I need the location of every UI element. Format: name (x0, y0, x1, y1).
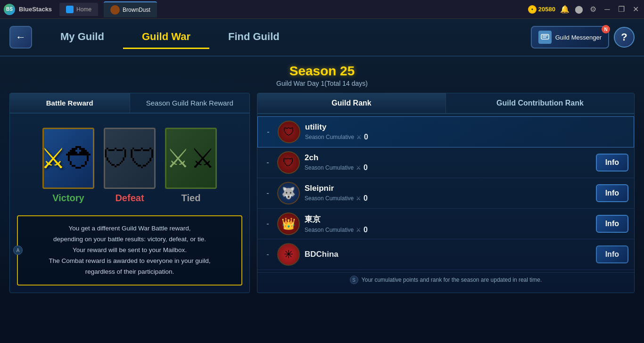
sword-icon-2ch: ⚔ (356, 164, 361, 171)
close-icon[interactable]: ✕ (631, 5, 640, 14)
sword-icon-tokyo: ⚔ (356, 227, 361, 233)
defeat-helmet-icon: 🛡 (129, 143, 157, 174)
top-nav: ← My Guild Guild War Find Guild Guild (0, 19, 644, 57)
right-tabs: Guild Rank Guild Contribution Rank (257, 93, 634, 114)
tied-label: Tied (182, 193, 201, 204)
season-label-utility: Season Cumulative (305, 134, 354, 140)
guild-score-utility: 0 (364, 133, 368, 141)
guild-rank-sleipnir: - (263, 189, 272, 197)
guild-name-utility: utility (305, 122, 628, 132)
help-button[interactable]: ? (614, 27, 635, 48)
guild-emblem-utility: 🛡 (278, 121, 300, 143)
home-tab-label: Home (76, 6, 91, 13)
scroll-indicator: S (350, 276, 358, 284)
home-tab[interactable]: Home (59, 3, 98, 16)
guild-row-2ch: - 🛡 2ch Season Cumulative ⚔ 0 (257, 147, 634, 178)
title-bar-left: BS BlueStacks Home BrownDust (4, 1, 157, 17)
coin-display: ● 20580 (528, 5, 555, 14)
emblem-icon-utility: 🛡 (283, 125, 295, 139)
guild-emblem-bdchina: ✳ (277, 243, 300, 266)
victory-badge-inner: ⛑ (66, 129, 96, 188)
guild-row-bdchina: - ✳ BDChina Info (257, 239, 634, 270)
guild-name-bdchina: BDChina (305, 250, 591, 259)
guild-messenger-button[interactable]: Guild Messenger N (531, 26, 609, 49)
notification-icon[interactable]: 🔔 (560, 5, 570, 14)
info-button-2ch[interactable]: Info (596, 154, 628, 172)
victory-label: Victory (52, 193, 84, 204)
season-title: Season 25 (9, 64, 635, 79)
bluestacks-name: BlueStacks (19, 6, 52, 13)
sword-icon-sleipnir: ⚔ (356, 195, 361, 202)
messenger-notification-badge: N (602, 25, 610, 33)
season-label-sleipnir: Season Cumulative (305, 195, 354, 202)
guild-score-tokyo: 0 (363, 226, 368, 234)
bluestacks-logo: BS (4, 4, 15, 15)
messenger-icon (538, 31, 552, 44)
battle-rewards-container: ⛑ Victory 🛡 Defeat (10, 114, 249, 211)
guild-info-bdchina: BDChina (305, 250, 591, 259)
tab-guild-war[interactable]: Guild War (123, 26, 209, 49)
season-subtitle: Guild War Day 1(Total 14 days) (9, 80, 635, 87)
reward-defeat: 🛡 Defeat (104, 128, 156, 204)
tab-my-guild[interactable]: My Guild (41, 26, 123, 49)
defeat-badge-inner: 🛡 (129, 129, 157, 188)
guild-season-2ch: Season Cumulative ⚔ 0 (305, 163, 591, 172)
guild-row-sleipnir: - 🐺 Sleipnir Season Cumulative ⚔ 0 (257, 178, 634, 209)
tab-find-guild[interactable]: Find Guild (209, 26, 298, 49)
guild-row-utility: - 🛡 utility Season Cumulative ⚔ 0 (257, 116, 634, 147)
browndust-tab[interactable]: BrownDust (104, 1, 157, 17)
info-box-label-a: A (13, 245, 23, 255)
guild-season-sleipnir: Season Cumulative ⚔ 0 (305, 194, 591, 203)
main-layout: Battle Reward Season Guild Rank Reward ⛑ (9, 93, 635, 293)
tab-guild-rank[interactable]: Guild Rank (257, 93, 446, 113)
settings-icon[interactable]: ⚙ (588, 5, 598, 14)
bottom-note: S Your cumulative points and rank for th… (257, 272, 634, 287)
tab-battle-reward[interactable]: Battle Reward (10, 93, 130, 113)
guild-name-2ch: 2ch (305, 153, 591, 163)
guild-season-tokyo: Season Cumulative ⚔ 0 (305, 226, 591, 234)
reward-victory: ⛑ Victory (42, 128, 94, 204)
emblem-icon-sleipnir: 🐺 (281, 187, 296, 200)
info-button-tokyo[interactable]: Info (596, 215, 628, 233)
guild-emblem-2ch: 🛡 (277, 151, 300, 174)
main-content: Season 25 Guild War Day 1(Total 14 days)… (0, 57, 644, 300)
nav-right: Guild Messenger N ? (531, 26, 635, 49)
messenger-label: Guild Messenger (555, 34, 602, 41)
guild-info-tokyo: 東京 Season Cumulative ⚔ 0 (305, 214, 591, 234)
reward-badge-tied: ⚔ (165, 128, 217, 189)
guild-info-utility: utility Season Cumulative ⚔ 0 (305, 122, 628, 141)
coin-icon: ● (528, 5, 537, 14)
info-box-text: You get a different Guild War Battle rew… (27, 223, 232, 278)
battle-reward-info-box: A You get a different Guild War Battle r… (17, 215, 242, 286)
info-button-bdchina[interactable]: Info (596, 245, 628, 263)
info-button-sleipnir[interactable]: Info (596, 184, 628, 202)
record-icon[interactable]: ⬤ (574, 5, 584, 14)
guild-row-tokyo: - 👑 東京 Season Cumulative ⚔ 0 (257, 209, 634, 239)
guild-score-sleipnir: 0 (363, 194, 368, 203)
guild-name-tokyo: 東京 (305, 214, 591, 225)
guild-rank-bdchina: - (263, 250, 272, 259)
right-panel: Guild Rank Guild Contribution Rank - 🛡 (257, 93, 635, 293)
tab-guild-contribution-rank[interactable]: Guild Contribution Rank (446, 93, 634, 113)
restore-icon[interactable]: ❐ (617, 5, 626, 14)
guild-info-2ch: 2ch Season Cumulative ⚔ 0 (305, 153, 591, 172)
reward-badge-victory: ⛑ (42, 128, 94, 189)
emblem-icon-tokyo: 👑 (281, 217, 296, 230)
coin-amount: 20580 (538, 6, 555, 13)
victory-helmet-icon: ⛑ (66, 141, 96, 176)
reward-tied: ⚔ Tied (165, 128, 217, 204)
emblem-icon-bdchina: ✳ (284, 248, 293, 261)
guild-rank-2ch: - (263, 158, 272, 167)
guild-season-utility: Season Cumulative ⚔ 0 (305, 133, 628, 141)
nav-tabs: My Guild Guild War Find Guild (41, 26, 298, 49)
tab-season-guild-rank-reward[interactable]: Season Guild Rank Reward (130, 93, 250, 113)
minimize-icon[interactable]: ─ (603, 5, 612, 14)
left-panel: Battle Reward Season Guild Rank Reward ⛑ (9, 93, 250, 293)
sword-icon-utility: ⚔ (356, 134, 362, 140)
left-tabs: Battle Reward Season Guild Rank Reward (10, 93, 249, 114)
guild-name-sleipnir: Sleipnir (305, 184, 591, 193)
tied-helmet-icon: ⚔ (190, 142, 215, 174)
title-bar: BS BlueStacks Home BrownDust ● 20580 🔔 ⬤… (0, 0, 644, 19)
back-button[interactable]: ← (9, 26, 32, 49)
reward-badge-defeat: 🛡 (104, 128, 156, 189)
